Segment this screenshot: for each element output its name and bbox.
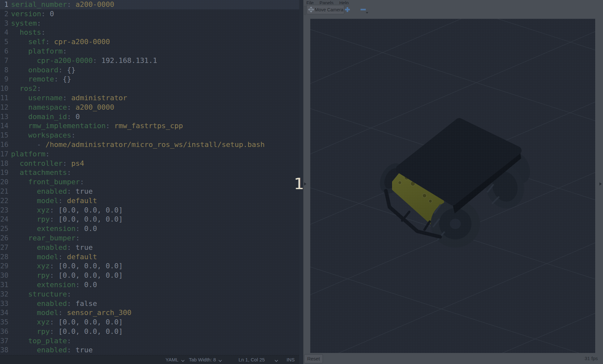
- line-number: 12: [0, 103, 9, 112]
- remove-tool-button[interactable]: [361, 9, 366, 10]
- code-line: 35 xyz: [0.0, 0.0, 0.0]: [0, 318, 299, 327]
- chevron-down-icon: [275, 358, 278, 361]
- code-text: platform:: [11, 47, 67, 55]
- code-text: rpy: [0.0, 0.0, 0.0]: [11, 327, 123, 335]
- code-text: version: 0: [11, 10, 54, 18]
- code-text: xyz: [0.0, 0.0, 0.0]: [11, 206, 123, 214]
- expand-displays-panel-arrow[interactable]: [304, 182, 306, 186]
- code-text: front_bumper:: [11, 178, 84, 186]
- line-number: 9: [0, 75, 9, 84]
- code-area[interactable]: 1serial_number: a200-00002version: 03sys…: [0, 0, 299, 355]
- code-text: rmw_implementation: rmw_fastrtps_cpp: [11, 122, 183, 130]
- line-number: 8: [0, 66, 9, 75]
- code-line: 16 - /home/administrator/micro_ros_ws/in…: [0, 140, 299, 150]
- line-number: 30: [0, 271, 9, 280]
- code-line: 6 platform:: [0, 47, 299, 56]
- rviz-3d-viewport[interactable]: [310, 19, 595, 353]
- code-line: 17platform:: [0, 150, 299, 159]
- code-text: model: sensor_arch_300: [11, 309, 131, 317]
- code-line: 24 rpy: [0.0, 0.0, 0.0]: [0, 215, 299, 224]
- cursor-position[interactable]: Ln 1, Col 25: [239, 357, 265, 362]
- code-text: system:: [11, 19, 41, 27]
- tab-width-selector[interactable]: Tab Width: 8: [189, 357, 222, 362]
- line-number: 17: [0, 150, 9, 159]
- code-text: username: administrator: [11, 94, 127, 102]
- move-camera-icon: [308, 7, 314, 12]
- code-line: 38 enabled: true: [0, 346, 299, 355]
- code-line: 19 attachments:: [0, 168, 299, 177]
- code-text: cpr-a200-0000: 192.168.131.1: [11, 56, 157, 65]
- code-text: controller: ps4: [11, 159, 84, 167]
- code-line: 12 namespace: a200_0000: [0, 103, 299, 112]
- line-number: 32: [0, 290, 9, 299]
- rviz-toolbar: Move Camera: [303, 4, 603, 17]
- code-text: hosts:: [11, 28, 45, 36]
- line-number: 36: [0, 327, 9, 336]
- add-tool-button[interactable]: [345, 7, 350, 12]
- toolbar-drag-handle[interactable]: [304, 6, 306, 15]
- code-text: remote: {}: [11, 75, 71, 83]
- fps-counter: 31 fps: [585, 356, 598, 361]
- chevron-down-icon: [219, 358, 222, 361]
- move-camera-label: Move Camera: [315, 7, 343, 12]
- code-line: 3system:: [0, 19, 299, 28]
- menu-panels[interactable]: Panels: [318, 0, 335, 4]
- code-text: rpy: [0.0, 0.0, 0.0]: [11, 271, 123, 279]
- line-number: 26: [0, 234, 9, 243]
- code-text: attachments:: [11, 168, 71, 176]
- code-line: 14 rmw_implementation: rmw_fastrtps_cpp: [0, 121, 299, 131]
- move-camera-tool-button[interactable]: Move Camera: [307, 5, 344, 14]
- line-number: 16: [0, 140, 9, 150]
- code-text: self: cpr-a200-0000: [11, 38, 110, 46]
- menu-help[interactable]: Help: [338, 0, 350, 4]
- reset-button[interactable]: Reset: [304, 354, 323, 363]
- line-number: 1: [0, 0, 9, 9]
- code-line: 32 structure:: [0, 290, 299, 299]
- code-text: domain_id: 0: [11, 113, 80, 121]
- language-label: YAML: [166, 357, 178, 362]
- code-line: 5 self: cpr-a200-0000: [0, 37, 299, 47]
- remove-tool-dropdown-arrow[interactable]: [366, 12, 368, 14]
- line-number: 28: [0, 252, 9, 262]
- menu-file[interactable]: File: [305, 0, 315, 4]
- code-line: 29 xyz: [0.0, 0.0, 0.0]: [0, 261, 299, 271]
- code-text: enabled: true: [11, 187, 93, 195]
- line-number: 14: [0, 121, 9, 131]
- code-text: - /home/administrator/micro_ros_ws/insta…: [11, 140, 265, 149]
- code-line: 26 rear_bumper:: [0, 234, 299, 243]
- line-number: 24: [0, 215, 9, 224]
- expand-views-panel-arrow[interactable]: [599, 182, 602, 186]
- line-number: 27: [0, 243, 9, 252]
- line-number: 31: [0, 280, 9, 290]
- chevron-down-icon: [181, 358, 184, 361]
- line-number: 19: [0, 168, 9, 177]
- code-line: 1serial_number: a200-0000: [0, 0, 299, 9]
- text-editor-pane[interactable]: 1serial_number: a200-00002version: 03sys…: [0, 0, 299, 364]
- code-text: namespace: a200_0000: [11, 103, 114, 111]
- language-selector[interactable]: YAML: [166, 357, 184, 362]
- code-line: 15 workspaces:: [0, 131, 299, 140]
- code-line: 21 enabled: true: [0, 187, 299, 196]
- code-text: ros2:: [11, 84, 41, 92]
- line-number: 21: [0, 187, 9, 196]
- code-line: 33 enabled: false: [0, 299, 299, 309]
- code-text: workspaces:: [11, 131, 76, 139]
- code-line: 11 username: administrator: [0, 93, 299, 103]
- code-line: 34 model: sensor_arch_300: [0, 308, 299, 318]
- editor-statusbar: YAML Tab Width: 8 Ln 1, Col 25 INS: [0, 355, 299, 364]
- line-number: 20: [0, 177, 9, 187]
- line-number: 11: [0, 93, 9, 103]
- code-line: 27 enabled: true: [0, 243, 299, 252]
- code-line: 37 top_plate:: [0, 336, 299, 346]
- line-number: 34: [0, 308, 9, 318]
- code-text: structure:: [11, 290, 71, 298]
- insert-mode-indicator[interactable]: INS: [287, 357, 295, 362]
- code-text: rpy: [0.0, 0.0, 0.0]: [11, 215, 123, 223]
- code-text: enabled: true: [11, 346, 93, 354]
- line-number: 15: [0, 131, 9, 140]
- goto-line-dropdown[interactable]: [272, 357, 278, 362]
- code-line: 22 model: default: [0, 196, 299, 206]
- code-line: 8 onboard: {}: [0, 66, 299, 75]
- code-text: xyz: [0.0, 0.0, 0.0]: [11, 262, 123, 270]
- line-number: 2: [0, 9, 9, 19]
